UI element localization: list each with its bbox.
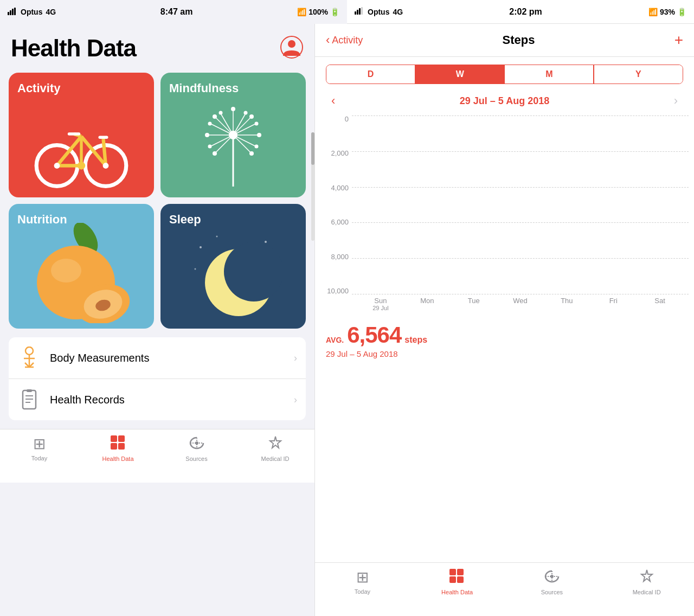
y-label-4000: 4,000 <box>320 184 349 191</box>
avg-label: AVG. <box>326 336 344 344</box>
svg-rect-77 <box>111 435 117 442</box>
svg-point-37 <box>213 151 217 156</box>
svg-point-53 <box>51 259 81 283</box>
left-status-bar: Optus 4G 8:47 am 📶 100% 🔋 <box>0 0 347 24</box>
body-measurements-label: Body Measurements <box>50 352 294 364</box>
segment-month[interactable]: M <box>505 65 593 84</box>
svg-rect-4 <box>355 11 356 15</box>
svg-rect-80 <box>118 443 125 450</box>
svg-point-22 <box>103 163 109 169</box>
svg-rect-7 <box>361 7 363 15</box>
svg-point-65 <box>224 242 282 301</box>
left-tab-sources[interactable]: Sources <box>157 435 236 462</box>
back-chevron-icon: ‹ <box>326 33 330 47</box>
right-signal-icon <box>355 7 364 16</box>
x-label-mon: Mon <box>404 297 451 305</box>
nutrition-card-label: Nutrition <box>17 213 67 227</box>
medical-id-icon <box>267 435 284 453</box>
svg-point-59 <box>265 241 267 243</box>
left-carrier-info: Optus 4G <box>8 8 56 17</box>
x-label-sun: Sun 29 Jul <box>357 297 404 311</box>
steps-title: Steps <box>363 33 674 47</box>
svg-rect-76 <box>27 389 32 392</box>
left-battery-pct: 100% <box>309 8 328 16</box>
svg-point-39 <box>244 111 248 115</box>
scroll-track <box>311 132 314 241</box>
date-range-label: 29 Jul – 5 Aug 2018 <box>340 95 668 107</box>
right-health-data-icon-active <box>449 568 465 587</box>
mindfulness-card[interactable]: Mindfulness <box>160 73 306 197</box>
segment-week[interactable]: W <box>416 65 504 84</box>
svg-point-9 <box>288 40 295 48</box>
right-tab-health-data[interactable]: Health Data <box>410 568 505 595</box>
back-button[interactable]: ‹ Activity <box>326 33 363 47</box>
left-bluetooth-icon: 📶 <box>297 8 306 16</box>
svg-point-58 <box>216 236 218 238</box>
left-carrier: Optus <box>21 8 42 16</box>
next-date-button[interactable]: › <box>669 92 683 110</box>
svg-rect-83 <box>457 569 464 575</box>
left-tab-today[interactable]: ⊞ Today <box>0 435 79 461</box>
nutrition-card[interactable]: Nutrition <box>9 204 154 329</box>
right-tab-health-data-label: Health Data <box>441 589 473 595</box>
activity-bicycle-icon <box>33 105 130 192</box>
left-tab-health-data[interactable]: Health Data <box>79 435 157 462</box>
right-header: ‹ Activity Steps + <box>315 24 694 57</box>
svg-rect-6 <box>359 8 361 15</box>
segment-day[interactable]: D <box>326 65 415 84</box>
body-measurements-item[interactable]: Body Measurements › <box>9 337 306 379</box>
svg-point-45 <box>208 122 212 126</box>
right-today-icon: ⊞ <box>356 568 369 586</box>
left-battery-area: 📶 100% 🔋 <box>297 8 339 16</box>
avg-unit: steps <box>404 335 427 345</box>
svg-point-25 <box>231 107 235 111</box>
svg-rect-1 <box>10 10 11 15</box>
left-signal-icon <box>8 8 17 17</box>
category-grid: Activity <box>0 67 314 337</box>
activity-card[interactable]: Activity <box>9 73 154 197</box>
x-label-fri: Fri <box>590 297 637 305</box>
sources-icon <box>189 435 205 453</box>
left-time: 8:47 am <box>56 7 297 17</box>
back-label: Activity <box>332 35 363 46</box>
right-carrier-info: Optus 4G <box>355 7 403 16</box>
right-sources-icon <box>544 568 560 587</box>
svg-point-29 <box>213 114 217 119</box>
y-axis: 10,000 8,000 6,000 4,000 2,000 0 <box>320 116 352 311</box>
svg-rect-79 <box>111 443 117 450</box>
svg-point-66 <box>25 347 33 355</box>
right-tab-sources[interactable]: Sources <box>505 568 600 595</box>
health-records-item[interactable]: Health Records › <box>9 379 306 420</box>
right-tab-sources-label: Sources <box>541 589 563 595</box>
prev-date-button[interactable]: ‹ <box>326 92 340 110</box>
svg-point-20 <box>78 162 85 169</box>
x-axis-labels: Sun 29 Jul Mon Tue Wed Thu <box>352 294 689 311</box>
main-content: Health Data Activity <box>0 24 694 616</box>
svg-point-50 <box>229 131 237 139</box>
sleep-card[interactable]: Sleep <box>160 204 306 329</box>
svg-point-86 <box>550 575 554 578</box>
segment-year[interactable]: Y <box>594 65 683 84</box>
svg-point-33 <box>205 133 209 137</box>
profile-button[interactable] <box>280 35 304 61</box>
svg-point-21 <box>54 163 60 169</box>
scroll-thumb[interactable] <box>311 132 314 165</box>
left-tab-medical-id[interactable]: Medical ID <box>236 435 314 462</box>
right-tab-medical-id[interactable]: Medical ID <box>599 568 694 595</box>
svg-point-35 <box>249 151 254 156</box>
sleep-moon-icon <box>160 226 306 329</box>
right-medical-id-icon <box>639 568 655 587</box>
time-segment-control: D W M Y <box>326 65 683 84</box>
body-measurements-chevron: › <box>294 352 297 364</box>
y-label-0: 0 <box>320 116 349 123</box>
add-button[interactable]: + <box>674 31 683 49</box>
right-time: 2:02 pm <box>403 7 648 17</box>
left-battery-icon: 🔋 <box>330 8 339 16</box>
svg-point-31 <box>257 133 261 137</box>
x-label-tue: Tue <box>451 297 497 305</box>
left-header: Health Data <box>0 24 314 67</box>
left-panel: Health Data Activity <box>0 24 314 616</box>
right-tab-today[interactable]: ⊞ Today <box>315 568 410 595</box>
health-records-chevron: › <box>294 394 297 406</box>
avg-date: 29 Jul – 5 Aug 2018 <box>326 349 683 358</box>
